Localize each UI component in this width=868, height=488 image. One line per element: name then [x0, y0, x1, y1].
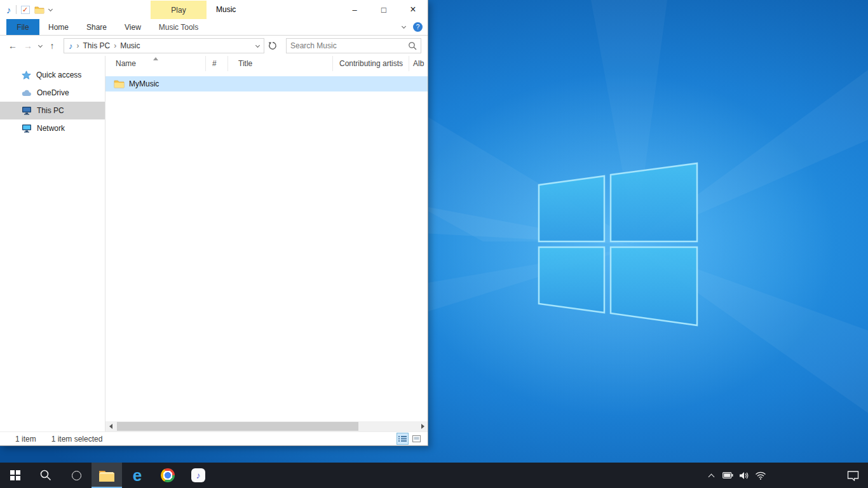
window-title: Music	[216, 0, 236, 19]
breadcrumb-separator: ›	[114, 41, 116, 50]
wifi-icon	[755, 471, 766, 480]
search-input[interactable]	[290, 41, 408, 50]
cloud-icon	[22, 90, 32, 97]
quick-access-toolbar: ♪ ✓	[0, 0, 52, 19]
caption-buttons: – □ ×	[340, 0, 428, 19]
selection-count: 1 item selected	[51, 435, 103, 444]
column-headers: Name # Title Contributing artists Alb	[105, 56, 428, 71]
close-button[interactable]: ×	[398, 0, 428, 19]
column-header-number[interactable]: #	[206, 56, 228, 71]
address-dropdown-icon[interactable]	[251, 39, 264, 53]
sort-ascending-icon	[153, 57, 158, 60]
windows-logo-icon	[10, 470, 20, 480]
start-button[interactable]	[0, 463, 31, 488]
search-icon	[39, 469, 52, 482]
large-icons-view-icon	[412, 435, 421, 442]
navigation-pane: Quick access OneDrive This PC	[0, 56, 105, 431]
music-app-icon: ♪	[6, 4, 11, 15]
sidebar-item-label: This PC	[37, 106, 64, 115]
new-folder-button[interactable]	[34, 6, 44, 14]
sidebar-item-label: OneDrive	[37, 88, 69, 97]
column-header-contributing-artists[interactable]: Contributing artists	[333, 56, 409, 71]
volume-button[interactable]	[736, 463, 752, 488]
show-hidden-icons-button[interactable]	[703, 463, 719, 488]
music-location-icon: ♪	[69, 41, 73, 51]
sidebar-item-this-pc[interactable]: This PC	[0, 102, 105, 119]
ribbon-tab-row: File Home Share View Music Tools ?	[0, 19, 428, 36]
qat-dropdown-icon[interactable]	[48, 6, 52, 11]
minimize-button[interactable]: –	[340, 0, 369, 19]
explorer-window: ♪ ✓ Play Music – □ × File Home Share Vie…	[0, 0, 428, 446]
network-button[interactable]	[752, 463, 769, 488]
speaker-icon	[739, 471, 749, 480]
sidebar-item-label: Network	[37, 124, 65, 133]
column-header-title[interactable]: Title	[228, 56, 333, 71]
details-view-icon	[398, 435, 407, 442]
column-label: Contributing artists	[339, 59, 403, 68]
search-box	[286, 38, 421, 53]
file-list: MyMusic	[105, 71, 428, 421]
tab-home[interactable]: Home	[39, 19, 78, 35]
folder-icon	[114, 79, 125, 88]
network-icon	[22, 124, 32, 133]
column-label: Title	[238, 59, 252, 68]
scroll-right-button[interactable]	[417, 421, 428, 431]
sidebar-item-quick-access[interactable]: Quick access	[0, 66, 105, 84]
maximize-button[interactable]: □	[369, 0, 398, 19]
column-label: #	[212, 59, 217, 68]
edge-icon: e	[133, 467, 142, 484]
breadcrumb-separator: ›	[77, 41, 79, 50]
address-bar[interactable]: ♪ › This PC › Music	[64, 38, 264, 53]
contextual-tab-play[interactable]: Play	[151, 1, 207, 19]
refresh-button[interactable]	[264, 38, 281, 53]
tab-music-tools[interactable]: Music Tools	[151, 19, 207, 35]
qat-separator	[16, 5, 17, 14]
view-toggles	[397, 433, 423, 445]
up-button[interactable]: ↑	[44, 38, 60, 53]
list-item-mymusic[interactable]: MyMusic	[105, 76, 428, 92]
cortana-button[interactable]	[61, 463, 92, 488]
column-label: Name	[116, 59, 136, 68]
scrollbar-track[interactable]	[116, 421, 417, 431]
properties-button[interactable]: ✓	[21, 6, 30, 14]
battery-status[interactable]	[719, 463, 736, 488]
file-list-pane: Name # Title Contributing artists Alb	[105, 56, 428, 431]
expand-ribbon-icon[interactable]	[402, 24, 406, 29]
recent-locations-icon[interactable]	[36, 45, 44, 47]
breadcrumb-music[interactable]: Music	[120, 41, 140, 50]
forward-button[interactable]: →	[20, 38, 36, 53]
horizontal-scrollbar[interactable]	[105, 421, 428, 431]
taskbar-file-explorer-button[interactable]	[92, 463, 122, 488]
tab-share[interactable]: Share	[78, 19, 116, 35]
tab-view[interactable]: View	[116, 19, 150, 35]
taskbar-itunes-button[interactable]: ♪	[183, 463, 214, 488]
breadcrumb-this-pc[interactable]: This PC	[83, 41, 111, 50]
scroll-left-button[interactable]	[105, 421, 116, 431]
ribbon-right-controls: ?	[402, 19, 423, 35]
column-header-album[interactable]: Alb	[409, 56, 428, 71]
details-view-button[interactable]	[397, 433, 409, 445]
item-count: 1 item	[15, 435, 36, 444]
battery-icon	[722, 472, 733, 478]
help-icon[interactable]: ?	[413, 22, 423, 32]
taskbar-edge-button[interactable]: e	[122, 463, 153, 488]
status-bar: 1 item 1 item selected	[0, 431, 428, 445]
column-header-name[interactable]: Name	[105, 56, 206, 71]
action-center-button[interactable]	[837, 470, 868, 481]
sidebar-item-label: Quick access	[36, 71, 81, 79]
sidebar-item-network[interactable]: Network	[0, 119, 105, 137]
cortana-icon	[72, 471, 81, 480]
window-body: Quick access OneDrive This PC	[0, 56, 428, 431]
tab-file[interactable]: File	[6, 19, 39, 35]
search-icon	[408, 41, 417, 50]
scrollbar-thumb[interactable]	[117, 422, 358, 431]
action-center-icon	[847, 470, 859, 481]
computer-icon	[22, 106, 32, 115]
taskbar-search-button[interactable]	[31, 463, 61, 488]
sidebar-item-onedrive[interactable]: OneDrive	[0, 84, 105, 102]
taskbar-chrome-button[interactable]	[153, 463, 183, 488]
file-explorer-icon	[98, 469, 115, 482]
back-button[interactable]: ←	[5, 38, 20, 53]
large-icons-view-button[interactable]	[410, 433, 423, 445]
list-item-label: MyMusic	[129, 79, 159, 88]
